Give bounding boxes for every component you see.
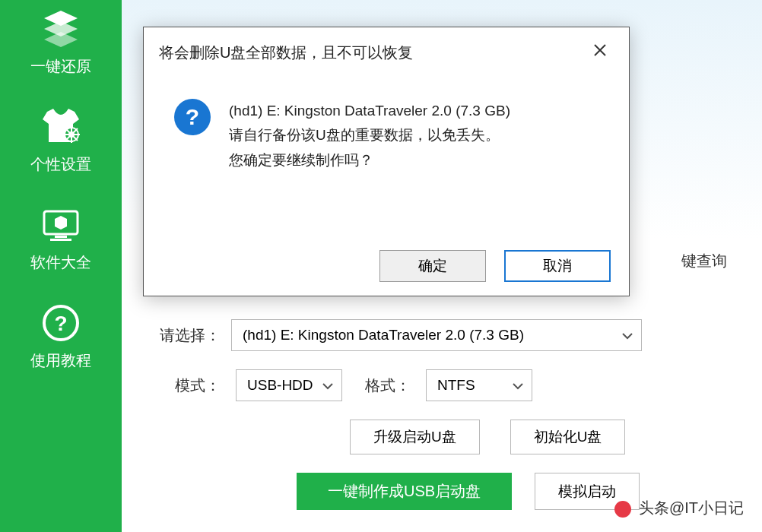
svg-marker-2 [44, 32, 78, 47]
dialog-line3: 您确定要继续制作吗？ [229, 148, 510, 173]
sidebar-item-restore[interactable]: 一键还原 [0, 0, 122, 83]
sidebar-item-label: 软件大全 [30, 252, 91, 273]
make-usb-button[interactable]: 一键制作成USB启动盘 [297, 473, 512, 510]
watermark: 头条@IT小日记 [614, 498, 744, 518]
monitor-cube-icon [40, 202, 82, 248]
sidebar-item-software[interactable]: 软件大全 [0, 196, 122, 279]
mode-select[interactable]: USB-HDD [236, 369, 342, 401]
sidebar-item-label: 个性设置 [30, 154, 91, 175]
format-select[interactable]: NTFS [426, 369, 532, 401]
format-label: 格式： [357, 375, 411, 396]
sidebar-item-label: 使用教程 [30, 350, 91, 371]
help-circle-icon: ? [41, 300, 81, 346]
watermark-text: 头条@IT小日记 [639, 499, 744, 516]
dialog-line1: (hd1) E: Kingston DataTraveler 2.0 (7.3 … [229, 99, 510, 123]
dialog-line2: 请自行备份该U盘的重要数据，以免丢失。 [229, 123, 510, 147]
sidebar-item-settings[interactable]: 个性设置 [0, 98, 122, 181]
select-device-label: 请选择： [152, 325, 221, 346]
question-icon: ? [174, 99, 211, 135]
restore-stack-icon [40, 6, 82, 52]
chevron-down-icon [621, 327, 633, 344]
dialog-message: (hd1) E: Kingston DataTraveler 2.0 (7.3 … [229, 99, 510, 173]
sidebar-item-tutorial[interactable]: ? 使用教程 [0, 294, 122, 377]
watermark-dot-icon [614, 501, 631, 518]
format-select-value: NTFS [437, 377, 475, 394]
sidebar: 一键还原 个性设置 软件大全 ? [0, 0, 122, 532]
svg-rect-10 [55, 236, 67, 238]
key-query-fragment: 键查询 [681, 251, 727, 271]
mode-label: 模式： [152, 375, 221, 396]
device-select-value: (hd1) E: Kingston DataTraveler 2.0 (7.3 … [243, 327, 524, 344]
tshirt-gear-icon [38, 104, 84, 150]
sidebar-item-label: 一键还原 [30, 56, 91, 77]
cancel-button[interactable]: 取消 [504, 250, 611, 282]
close-icon[interactable] [586, 40, 614, 65]
dialog-title: 将会删除U盘全部数据，且不可以恢复 [159, 43, 413, 63]
chevron-down-icon [322, 377, 334, 394]
ok-button[interactable]: 确定 [379, 250, 486, 282]
upgrade-usb-button[interactable]: 升级启动U盘 [350, 420, 480, 454]
svg-text:?: ? [54, 312, 67, 335]
mode-select-value: USB-HDD [247, 377, 313, 394]
svg-rect-11 [50, 239, 71, 241]
init-usb-button[interactable]: 初始化U盘 [510, 420, 626, 454]
confirm-dialog: 将会删除U盘全部数据，且不可以恢复 ? (hd1) E: Kingston Da… [143, 27, 630, 296]
device-select[interactable]: (hd1) E: Kingston DataTraveler 2.0 (7.3 … [231, 319, 642, 351]
chevron-down-icon [512, 377, 524, 394]
svg-point-8 [68, 131, 75, 138]
svg-marker-12 [55, 216, 67, 230]
